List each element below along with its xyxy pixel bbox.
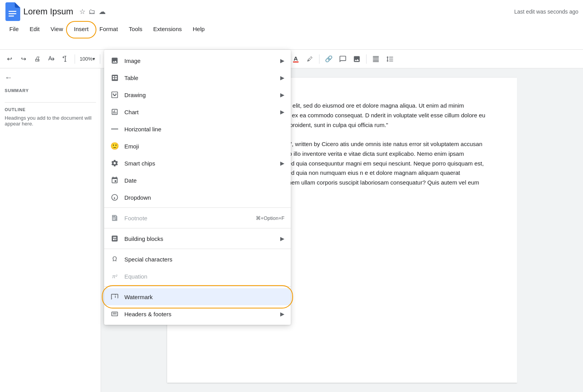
sidebar-outline-title: OUTLINE [5, 107, 96, 112]
cloud-icon[interactable]: ☁ [99, 7, 106, 16]
footnote-shortcut: ⌘+Option+F [256, 215, 285, 221]
insert-dropdown-menu: Image ▶ Table ▶ Drawing ▶ Chart ▶ Horizo… [104, 50, 291, 325]
svg-rect-0 [9, 11, 16, 12]
menu-option-image[interactable]: Image ▶ [104, 52, 291, 69]
toolbar-separator-7 [366, 54, 367, 64]
paint-format-button[interactable] [59, 53, 72, 65]
chart-icon [110, 108, 119, 116]
horizontal-line-icon [110, 125, 119, 133]
toolbar: ↩ ↪ 🖨 100%▾ Normal text ▾ Arial ▾ 11 – +… [0, 50, 583, 68]
building-blocks-label: Building blocks [124, 235, 275, 242]
comment-button[interactable] [337, 53, 349, 65]
menu-divider-1 [104, 207, 291, 208]
insert-image-toolbar-button[interactable] [351, 53, 363, 65]
smart-chips-icon [110, 159, 119, 167]
dropdown-icon [110, 193, 119, 202]
date-label: Date [124, 177, 285, 184]
special-characters-label: Special characters [124, 256, 285, 263]
menu-divider-3 [104, 249, 291, 249]
menu-file[interactable]: File [5, 24, 23, 34]
menu-option-dropdown[interactable]: Dropdown [104, 189, 291, 206]
menu-option-drawing[interactable]: Drawing ▶ [104, 86, 291, 103]
image-label: Image [124, 57, 275, 64]
drawing-label: Drawing [124, 92, 275, 98]
svg-rect-1 [9, 13, 16, 14]
main-area: ← SUMMARY OUTLINE Headings you add to th… [0, 68, 583, 392]
toolbar-separator-1 [75, 54, 75, 64]
headers-footers-label: Headers & footers [124, 311, 275, 317]
menu-option-date[interactable]: Date [104, 172, 291, 189]
menu-extensions[interactable]: Extensions [148, 24, 186, 34]
menu-option-smart-chips[interactable]: Smart chips ▶ [104, 155, 291, 172]
menu-option-table[interactable]: Table ▶ [104, 69, 291, 86]
special-characters-icon: Ω [110, 255, 119, 263]
svg-rect-2 [9, 16, 14, 17]
toolbar-separator-6 [319, 54, 319, 64]
redo-button[interactable]: ↪ [17, 53, 30, 65]
text-color-button[interactable]: A [290, 53, 302, 65]
table-label: Table [124, 75, 275, 81]
sidebar-divider [5, 102, 96, 103]
headers-footers-submenu-arrow: ▶ [280, 311, 285, 317]
date-icon [110, 176, 119, 185]
toolbar-separator-2 [100, 54, 100, 64]
image-submenu-arrow: ▶ [280, 57, 285, 64]
highlight-button[interactable]: 🖊 [304, 53, 316, 65]
menu-option-special-characters[interactable]: Ω Special characters [104, 251, 291, 268]
line-spacing-button[interactable] [384, 53, 396, 65]
equation-icon: π² [110, 272, 119, 280]
doc-title: Lorem Ipsum [23, 7, 73, 17]
app-logo [5, 2, 20, 21]
menu-divider-4 [104, 286, 291, 287]
watermark-label: Watermark [124, 294, 285, 300]
menu-option-building-blocks[interactable]: Building blocks ▶ [104, 230, 291, 247]
emoji-icon: 🙂 [110, 142, 119, 150]
menu-insert[interactable]: Insert [69, 24, 93, 34]
sidebar: ← SUMMARY OUTLINE Headings you add to th… [0, 68, 101, 392]
menu-option-headers-footers[interactable]: Headers & footers ▶ [104, 305, 291, 322]
drawing-icon [110, 91, 119, 99]
menu-tools[interactable]: Tools [124, 24, 147, 34]
star-icon[interactable]: ☆ [79, 7, 86, 16]
menu-view[interactable]: View [46, 24, 68, 34]
footnote-icon [110, 214, 119, 222]
sidebar-back-button[interactable]: ← [5, 73, 96, 82]
building-blocks-icon [110, 234, 119, 243]
menu-option-watermark[interactable]: Watermark [104, 288, 291, 305]
table-submenu-arrow: ▶ [280, 75, 285, 81]
align-button[interactable] [370, 53, 382, 65]
equation-label: Equation [124, 273, 285, 280]
menu-help[interactable]: Help [188, 24, 209, 34]
menu-option-emoji[interactable]: 🙂 Emoji [104, 138, 291, 155]
menu-option-horizontal-line[interactable]: Horizontal line [104, 120, 291, 138]
print-button[interactable]: 🖨 [31, 53, 44, 65]
menu-format[interactable]: Format [95, 24, 123, 34]
chart-label: Chart [124, 109, 275, 115]
link-button[interactable]: 🔗 [323, 53, 335, 65]
menu-option-footnote: Footnote ⌘+Option+F [104, 209, 291, 226]
smart-chips-label: Smart chips [124, 160, 275, 167]
title-icons: ☆ 🗂 ☁ [79, 7, 106, 16]
last-edit-text: Last edit was seconds ago [514, 9, 578, 15]
menu-option-chart[interactable]: Chart ▶ [104, 103, 291, 120]
menu-edit[interactable]: Edit [25, 24, 44, 34]
folder-icon[interactable]: 🗂 [89, 8, 96, 16]
zoom-button[interactable]: 100%▾ [78, 53, 97, 65]
building-blocks-submenu-arrow: ▶ [280, 235, 285, 242]
dropdown-label: Dropdown [124, 194, 285, 201]
footnote-label: Footnote [124, 215, 250, 221]
title-row: Lorem Ipsum ☆ 🗂 ☁ Last edit was seconds … [0, 0, 583, 22]
sidebar-summary-title: SUMMARY [5, 88, 96, 93]
menu-divider-2 [104, 228, 291, 228]
image-icon [110, 56, 119, 65]
smart-chips-submenu-arrow: ▶ [280, 160, 285, 166]
watermark-icon [110, 293, 119, 301]
top-bar: Lorem Ipsum ☆ 🗂 ☁ Last edit was seconds … [0, 0, 583, 50]
spellcheck-button[interactable] [45, 53, 58, 65]
undo-button[interactable]: ↩ [3, 53, 16, 65]
drawing-submenu-arrow: ▶ [280, 92, 285, 98]
menu-row: File Edit View Insert Format Tools Exten… [0, 22, 583, 36]
sidebar-outline-hint: Headings you add to the document will ap… [5, 115, 96, 127]
menu-option-equation: π² Equation [104, 268, 291, 285]
page-ruler-mark [517, 78, 522, 383]
